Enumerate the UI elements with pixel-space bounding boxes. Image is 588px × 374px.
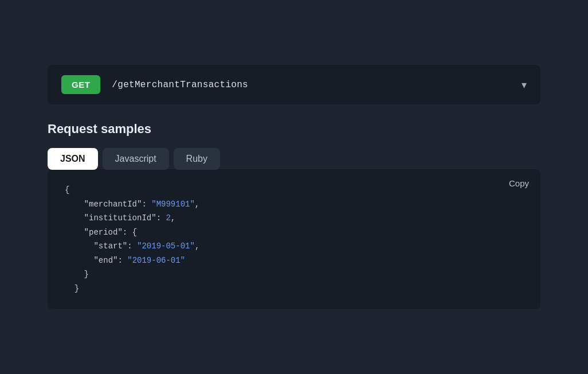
code-close-outer: } — [75, 284, 79, 293]
tab-json[interactable]: JSON — [48, 148, 98, 170]
tab-javascript[interactable]: Javascript — [103, 148, 169, 170]
code-close-inner: } — [84, 270, 89, 279]
copy-button[interactable]: Copy — [509, 178, 529, 188]
code-merchant-id-val: "M999101" — [151, 200, 195, 209]
endpoint-bar[interactable]: GET /getMerchantTransactions ▾ — [48, 65, 540, 104]
code-open-brace: { — [65, 185, 69, 194]
endpoint-path: /getMerchantTransactions — [112, 80, 248, 90]
code-end-val: "2019-06-01" — [127, 256, 185, 265]
section-title: Request samples — [48, 122, 540, 137]
code-end-key: "end": — [93, 256, 127, 265]
code-block: { "merchantId": "M999101", "institutionI… — [65, 183, 523, 295]
code-start-val: "2019-05-01" — [137, 241, 195, 251]
main-container: GET /getMerchantTransactions ▾ Request s… — [36, 53, 552, 321]
method-badge: GET — [61, 75, 100, 94]
code-start-key: "start": — [93, 241, 137, 251]
code-comma-1: , — [195, 200, 199, 209]
code-period-key: "period": { — [84, 228, 137, 237]
tab-ruby[interactable]: Ruby — [174, 148, 220, 170]
code-institution-id-key: "institutionId": — [84, 213, 166, 223]
code-merchant-id-key: "merchantId": — [84, 200, 152, 209]
code-comma-3: , — [195, 241, 199, 251]
code-comma-2: , — [171, 213, 175, 223]
code-institution-id-val: 2 — [166, 213, 170, 223]
code-panel: Copy { "merchantId": "M999101", "institu… — [48, 169, 540, 309]
tabs-row: JSON Javascript Ruby — [48, 148, 540, 170]
chevron-down-icon[interactable]: ▾ — [522, 79, 527, 91]
endpoint-left: GET /getMerchantTransactions — [61, 75, 248, 94]
